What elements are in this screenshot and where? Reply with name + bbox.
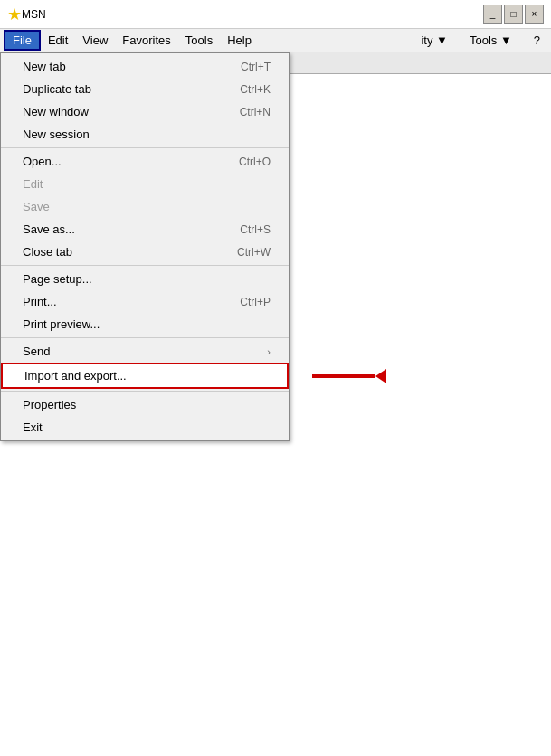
menu-favorites[interactable]: Favorites xyxy=(115,32,177,49)
menu-item-new-window[interactable]: New window Ctrl+N xyxy=(1,100,289,123)
menu-item-import-export[interactable]: Import and export... xyxy=(1,363,289,389)
menu-item-save: Save xyxy=(1,195,289,218)
menu-tools[interactable]: Tools xyxy=(178,32,220,49)
menu-view[interactable]: View xyxy=(75,32,115,49)
menu-bar: File Edit View Favorites Tools Help ity … xyxy=(0,29,551,52)
toolbar-safety[interactable]: ity ▼ xyxy=(413,32,454,49)
menu-section-1: New tab Ctrl+T Duplicate tab Ctrl+K New … xyxy=(1,53,289,147)
maximize-button[interactable]: □ xyxy=(504,5,523,24)
menu-help[interactable]: Help xyxy=(220,32,259,49)
minimize-button[interactable]: _ xyxy=(483,5,502,24)
window-controls: _ □ × xyxy=(483,5,544,24)
menu-file[interactable]: File xyxy=(4,30,41,51)
title-bar: ★ MSN _ □ × xyxy=(0,0,551,29)
menu-section-4: Send › Import and export... xyxy=(1,337,289,391)
menu-item-print-preview[interactable]: Print preview... xyxy=(1,313,289,335)
dropdown-overlay: New tab Ctrl+T Duplicate tab Ctrl+K New … xyxy=(0,52,551,756)
annotation-right-arrow xyxy=(312,369,386,383)
menu-item-page-setup[interactable]: Page setup... xyxy=(1,268,289,290)
window-title: MSN xyxy=(22,8,483,21)
close-button[interactable]: × xyxy=(525,5,544,24)
menu-item-close-tab[interactable]: Close tab Ctrl+W xyxy=(1,241,289,263)
menu-edit[interactable]: Edit xyxy=(41,32,75,49)
toolbar-tools[interactable]: Tools ▼ xyxy=(462,32,519,49)
file-menu-dropdown: New tab Ctrl+T Duplicate tab Ctrl+K New … xyxy=(0,52,290,441)
menu-section-3: Page setup... Print... Ctrl+P Print prev… xyxy=(1,265,289,337)
menu-item-open[interactable]: Open... Ctrl+O xyxy=(1,150,289,173)
menu-item-duplicate-tab[interactable]: Duplicate tab Ctrl+K xyxy=(1,78,289,100)
menu-item-print[interactable]: Print... Ctrl+P xyxy=(1,290,289,313)
menu-section-2: Open... Ctrl+O Edit Save Save as... Ctrl… xyxy=(1,147,289,265)
toolbar-help[interactable]: ? xyxy=(527,32,547,49)
app-icon: ★ xyxy=(7,5,22,24)
menu-item-new-tab[interactable]: New tab Ctrl+T xyxy=(1,55,289,78)
menu-item-save-as[interactable]: Save as... Ctrl+S xyxy=(1,218,289,241)
menu-item-edit: Edit xyxy=(1,173,289,195)
menu-item-exit[interactable]: Exit xyxy=(1,416,289,439)
menu-item-new-session[interactable]: New session xyxy=(1,123,289,146)
menu-item-send[interactable]: Send › xyxy=(1,340,289,363)
menu-item-properties[interactable]: Properties xyxy=(1,393,289,416)
toolbar-right: ity ▼ Tools ▼ ? xyxy=(413,32,547,49)
menu-section-5: Properties Exit xyxy=(1,391,289,440)
